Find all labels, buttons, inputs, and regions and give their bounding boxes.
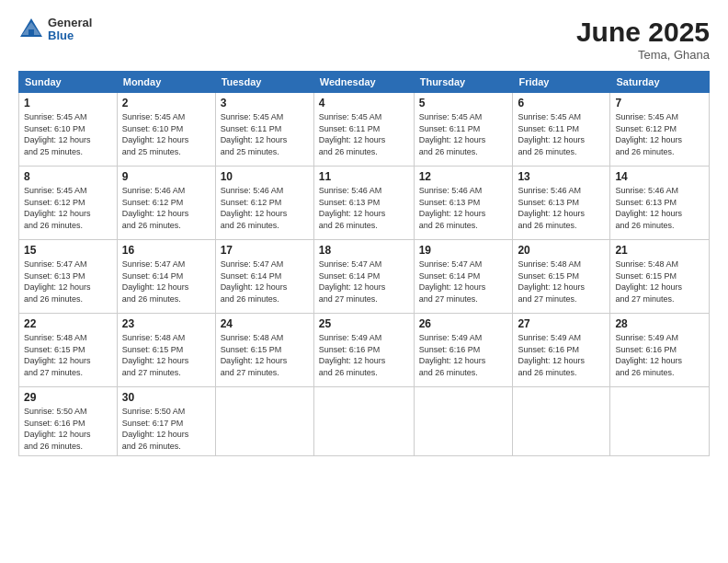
calendar-cell: 17Sunrise: 5:47 AM Sunset: 6:14 PM Dayli…: [215, 240, 313, 314]
page: General Blue June 2025 Tema, Ghana Sunda…: [0, 0, 728, 563]
day-info: Sunrise: 5:46 AM Sunset: 6:13 PM Dayligh…: [419, 185, 508, 231]
calendar-cell: 3Sunrise: 5:45 AM Sunset: 6:11 PM Daylig…: [215, 93, 313, 167]
calendar-cell: 4Sunrise: 5:45 AM Sunset: 6:11 PM Daylig…: [313, 93, 414, 167]
calendar-cell: 26Sunrise: 5:49 AM Sunset: 6:16 PM Dayli…: [414, 314, 513, 387]
calendar-cell: 18Sunrise: 5:47 AM Sunset: 6:14 PM Dayli…: [313, 240, 414, 314]
calendar-cell: 2Sunrise: 5:45 AM Sunset: 6:10 PM Daylig…: [117, 93, 215, 167]
day-info: Sunrise: 5:48 AM Sunset: 6:15 PM Dayligh…: [221, 332, 309, 378]
calendar-cell: 12Sunrise: 5:46 AM Sunset: 6:13 PM Dayli…: [414, 167, 513, 240]
calendar-cell: [414, 387, 513, 456]
day-number: 25: [319, 317, 409, 330]
day-header-tuesday: Tuesday: [215, 72, 313, 93]
week-row-2: 8Sunrise: 5:45 AM Sunset: 6:12 PM Daylig…: [19, 167, 710, 240]
logo-general-text: General: [48, 17, 92, 29]
calendar-cell: 28Sunrise: 5:49 AM Sunset: 6:16 PM Dayli…: [610, 314, 710, 387]
day-number: 4: [319, 97, 409, 109]
day-info: Sunrise: 5:47 AM Sunset: 6:14 PM Dayligh…: [419, 259, 508, 304]
day-number: 17: [221, 244, 309, 257]
day-info: Sunrise: 5:47 AM Sunset: 6:13 PM Dayligh…: [24, 259, 112, 304]
calendar-cell: 24Sunrise: 5:48 AM Sunset: 6:15 PM Dayli…: [215, 314, 313, 387]
day-number: 10: [221, 170, 309, 183]
calendar-cell: [610, 387, 710, 456]
calendar-cell: 30Sunrise: 5:50 AM Sunset: 6:17 PM Dayli…: [117, 387, 215, 456]
calendar-cell: 13Sunrise: 5:46 AM Sunset: 6:13 PM Dayli…: [513, 167, 610, 240]
calendar-body: 1Sunrise: 5:45 AM Sunset: 6:10 PM Daylig…: [19, 93, 710, 456]
calendar-cell: 9Sunrise: 5:46 AM Sunset: 6:12 PM Daylig…: [117, 167, 215, 240]
svg-rect-2: [28, 29, 34, 37]
day-number: 1: [24, 97, 112, 109]
header: General Blue June 2025 Tema, Ghana: [18, 17, 710, 62]
day-header-thursday: Thursday: [414, 72, 513, 93]
day-info: Sunrise: 5:46 AM Sunset: 6:13 PM Dayligh…: [615, 185, 704, 231]
day-number: 14: [615, 170, 704, 183]
calendar-cell: [215, 387, 313, 456]
day-number: 27: [518, 317, 605, 330]
day-number: 15: [24, 244, 112, 257]
day-number: 2: [122, 97, 210, 109]
day-info: Sunrise: 5:49 AM Sunset: 6:16 PM Dayligh…: [518, 332, 605, 378]
day-header-wednesday: Wednesday: [313, 72, 414, 93]
day-info: Sunrise: 5:45 AM Sunset: 6:11 PM Dayligh…: [319, 111, 409, 157]
calendar-cell: 8Sunrise: 5:45 AM Sunset: 6:12 PM Daylig…: [19, 167, 118, 240]
day-info: Sunrise: 5:45 AM Sunset: 6:10 PM Dayligh…: [122, 111, 210, 157]
day-number: 7: [615, 97, 704, 109]
logo-blue-text: Blue: [48, 29, 92, 42]
calendar-cell: 19Sunrise: 5:47 AM Sunset: 6:14 PM Dayli…: [414, 240, 513, 314]
calendar-cell: 22Sunrise: 5:48 AM Sunset: 6:15 PM Dayli…: [19, 314, 118, 387]
day-number: 5: [419, 97, 508, 109]
day-info: Sunrise: 5:49 AM Sunset: 6:16 PM Dayligh…: [419, 332, 508, 378]
calendar-table: SundayMondayTuesdayWednesdayThursdayFrid…: [18, 71, 710, 456]
calendar-cell: 23Sunrise: 5:48 AM Sunset: 6:15 PM Dayli…: [117, 314, 215, 387]
day-info: Sunrise: 5:45 AM Sunset: 6:10 PM Dayligh…: [24, 111, 112, 157]
day-number: 18: [319, 244, 409, 257]
day-number: 8: [24, 170, 112, 183]
day-info: Sunrise: 5:48 AM Sunset: 6:15 PM Dayligh…: [122, 332, 210, 378]
day-info: Sunrise: 5:45 AM Sunset: 6:11 PM Dayligh…: [518, 111, 605, 157]
week-row-1: 1Sunrise: 5:45 AM Sunset: 6:10 PM Daylig…: [19, 93, 710, 167]
day-info: Sunrise: 5:47 AM Sunset: 6:14 PM Dayligh…: [221, 259, 309, 304]
calendar-cell: 20Sunrise: 5:48 AM Sunset: 6:15 PM Dayli…: [513, 240, 610, 314]
logo: General Blue: [18, 17, 92, 43]
day-number: 9: [122, 170, 210, 183]
calendar-cell: [313, 387, 414, 456]
day-info: Sunrise: 5:45 AM Sunset: 6:12 PM Dayligh…: [615, 111, 704, 157]
day-header-friday: Friday: [513, 72, 610, 93]
day-header-monday: Monday: [117, 72, 215, 93]
day-number: 30: [122, 391, 210, 404]
calendar-cell: 16Sunrise: 5:47 AM Sunset: 6:14 PM Dayli…: [117, 240, 215, 314]
day-info: Sunrise: 5:47 AM Sunset: 6:14 PM Dayligh…: [122, 259, 210, 304]
logo-icon: [18, 17, 44, 42]
logo-text: General Blue: [48, 17, 92, 43]
day-number: 19: [419, 244, 508, 257]
day-number: 21: [615, 244, 704, 257]
day-info: Sunrise: 5:46 AM Sunset: 6:13 PM Dayligh…: [518, 185, 605, 231]
day-info: Sunrise: 5:46 AM Sunset: 6:13 PM Dayligh…: [319, 185, 409, 231]
day-number: 29: [24, 391, 112, 404]
day-info: Sunrise: 5:50 AM Sunset: 6:17 PM Dayligh…: [122, 406, 210, 452]
day-info: Sunrise: 5:49 AM Sunset: 6:16 PM Dayligh…: [319, 332, 409, 378]
week-row-3: 15Sunrise: 5:47 AM Sunset: 6:13 PM Dayli…: [19, 240, 710, 314]
calendar-cell: [513, 387, 610, 456]
calendar-cell: 1Sunrise: 5:45 AM Sunset: 6:10 PM Daylig…: [19, 93, 118, 167]
day-info: Sunrise: 5:49 AM Sunset: 6:16 PM Dayligh…: [615, 332, 704, 378]
calendar-cell: 27Sunrise: 5:49 AM Sunset: 6:16 PM Dayli…: [513, 314, 610, 387]
day-info: Sunrise: 5:46 AM Sunset: 6:12 PM Dayligh…: [221, 185, 309, 231]
calendar-cell: 11Sunrise: 5:46 AM Sunset: 6:13 PM Dayli…: [313, 167, 414, 240]
day-info: Sunrise: 5:47 AM Sunset: 6:14 PM Dayligh…: [319, 259, 409, 304]
day-number: 3: [221, 97, 309, 109]
day-info: Sunrise: 5:48 AM Sunset: 6:15 PM Dayligh…: [24, 332, 112, 378]
day-number: 20: [518, 244, 605, 257]
day-info: Sunrise: 5:45 AM Sunset: 6:12 PM Dayligh…: [24, 185, 112, 231]
month-year-title: June 2025: [576, 17, 710, 48]
calendar-header: SundayMondayTuesdayWednesdayThursdayFrid…: [19, 72, 710, 93]
calendar-cell: 25Sunrise: 5:49 AM Sunset: 6:16 PM Dayli…: [313, 314, 414, 387]
title-block: June 2025 Tema, Ghana: [576, 17, 710, 62]
day-info: Sunrise: 5:45 AM Sunset: 6:11 PM Dayligh…: [221, 111, 309, 157]
week-row-4: 22Sunrise: 5:48 AM Sunset: 6:15 PM Dayli…: [19, 314, 710, 387]
day-header-sunday: Sunday: [19, 72, 118, 93]
day-number: 16: [122, 244, 210, 257]
calendar-cell: 10Sunrise: 5:46 AM Sunset: 6:12 PM Dayli…: [215, 167, 313, 240]
header-row: SundayMondayTuesdayWednesdayThursdayFrid…: [19, 72, 710, 93]
day-number: 6: [518, 97, 605, 109]
day-number: 12: [419, 170, 508, 183]
